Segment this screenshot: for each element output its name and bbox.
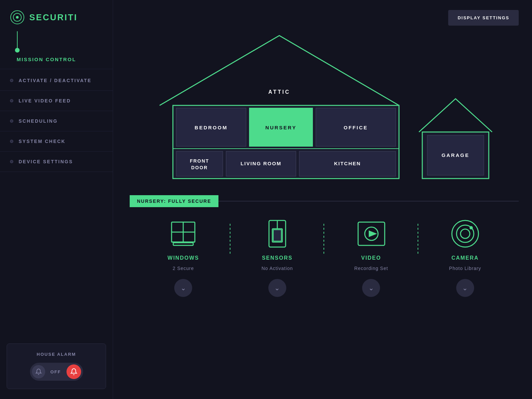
logo-icon (10, 10, 25, 25)
status-item-sensors: SENSORS No Activation ⌄ (230, 217, 325, 297)
alarm-title: HOUSE ALARM (37, 352, 76, 357)
house-diagram: ATTIC BEDROOM NURSERY OFFICE FRONT DOOR … (153, 32, 406, 185)
sidebar: SECURITI MISSION CONTROL ACTIVATE / DEAC… (0, 0, 113, 399)
svg-text:NURSERY: NURSERY (265, 125, 297, 130)
sidebar-item-live-video[interactable]: LIVE VIDEO FEED (0, 91, 113, 111)
garage-diagram: GARAGE (416, 95, 495, 182)
sidebar-label-scheduling: SCHEDULING (19, 118, 58, 124)
svg-rect-30 (273, 230, 281, 241)
svg-marker-33 (369, 230, 377, 237)
svg-text:OFFICE: OFFICE (344, 125, 368, 130)
sensor-icon (261, 217, 294, 250)
svg-text:KITCHEN: KITCHEN (334, 161, 361, 166)
logo-text: SECURITI (29, 12, 77, 23)
alarm-off-text: OFF (45, 369, 66, 374)
display-settings-button[interactable]: DISPLAY SETTINGS (448, 10, 519, 26)
sidebar-active-mission-control[interactable]: MISSION CONTROL (0, 51, 113, 67)
nursery-badge: NURSERY: FULLY SECURE (130, 195, 218, 207)
video-label: VIDEO (361, 255, 381, 261)
sidebar-divider-0 (0, 69, 113, 69)
windows-label: WINDOWS (168, 255, 199, 261)
svg-text:BEDROOM: BEDROOM (195, 125, 227, 130)
sidebar-item-device-settings[interactable]: DEVICE SETTINGS (0, 152, 113, 172)
sidebar-dot-system-check (10, 140, 13, 143)
svg-point-2 (16, 16, 19, 19)
sensors-label: SENSORS (262, 255, 293, 261)
svg-text:GARAGE: GARAGE (442, 152, 469, 158)
sidebar-item-system-check[interactable]: SYSTEM CHECK (0, 131, 113, 152)
sidebar-dot-device-settings (10, 160, 13, 163)
window-icon (167, 217, 200, 250)
windows-sublabel: 2 Secure (173, 266, 194, 271)
camera-icon (449, 217, 482, 250)
sidebar-label-activate: ACTIVATE / DEACTIVATE (19, 78, 91, 83)
sidebar-dot-activate (10, 79, 13, 82)
svg-point-36 (461, 229, 470, 238)
sidebar-item-activate[interactable]: ACTIVATE / DEACTIVATE (0, 70, 113, 91)
alarm-box: HOUSE ALARM OFF (7, 343, 106, 389)
svg-point-34 (452, 220, 478, 247)
camera-sublabel: Photo Library (449, 266, 481, 271)
sidebar-item-scheduling[interactable]: SCHEDULING (0, 111, 113, 131)
svg-point-37 (469, 226, 473, 229)
windows-chevron-button[interactable]: ⌄ (174, 279, 192, 297)
mission-control-label: MISSION CONTROL (17, 57, 76, 62)
svg-text:FRONT: FRONT (190, 158, 209, 164)
svg-text:LIVING ROOM: LIVING ROOM (241, 161, 282, 166)
sidebar-dot-scheduling (10, 119, 13, 123)
status-row: WINDOWS 2 Secure ⌄ SENSORS No Activation… (130, 217, 519, 392)
topbar: DISPLAY SETTINGS (130, 10, 519, 26)
sidebar-label-live-video: LIVE VIDEO FEED (19, 98, 71, 103)
alarm-toggle[interactable]: OFF (30, 363, 83, 381)
alarm-bell-active[interactable] (66, 364, 81, 379)
sidebar-label-device-settings: DEVICE SETTINGS (19, 159, 73, 164)
house-area: ATTIC BEDROOM NURSERY OFFICE FRONT DOOR … (130, 32, 519, 185)
camera-label: CAMERA (452, 255, 479, 261)
status-item-windows: WINDOWS 2 Secure ⌄ (136, 217, 230, 297)
video-chevron-button[interactable]: ⌄ (362, 279, 380, 297)
camera-chevron-button[interactable]: ⌄ (456, 279, 474, 297)
nursery-badge-container: NURSERY: FULLY SECURE (130, 195, 519, 207)
logo-area: SECURITI (0, 10, 113, 31)
alarm-bell-inactive (32, 365, 45, 378)
svg-rect-12 (176, 151, 223, 176)
svg-text:DOOR: DOOR (191, 165, 208, 170)
sensors-chevron-button[interactable]: ⌄ (268, 279, 286, 297)
sidebar-dot-live-video (10, 99, 13, 102)
status-item-video: VIDEO Recording Set ⌄ (324, 217, 418, 297)
badge-line (218, 201, 519, 201)
sidebar-line (17, 31, 18, 51)
video-icon (354, 217, 388, 250)
sidebar-label-system-check: SYSTEM CHECK (19, 139, 66, 144)
status-item-camera: CAMERA Photo Library ⌄ (418, 217, 512, 297)
main-content: DISPLAY SETTINGS ATTIC BEDROOM NURSERY O… (113, 0, 532, 399)
svg-text:ATTIC: ATTIC (268, 89, 290, 95)
sensors-sublabel: No Activation (261, 266, 293, 271)
video-sublabel: Recording Set (354, 266, 388, 271)
svg-rect-26 (173, 243, 193, 245)
